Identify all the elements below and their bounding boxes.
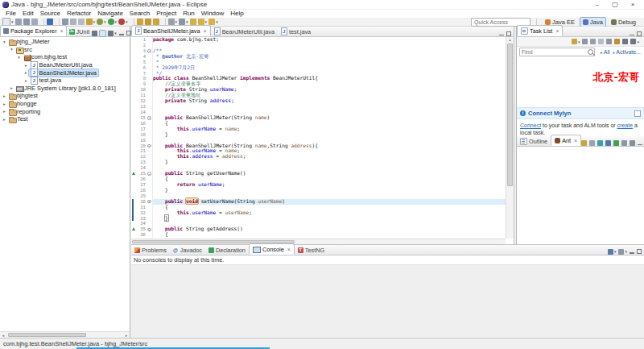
menu-item-edit[interactable]: Edit bbox=[19, 10, 37, 18]
code-editor[interactable]: 1package com.bjhg.test;23/**4 * @author … bbox=[131, 37, 506, 239]
explorer-tab-junit[interactable]: JUnit bbox=[67, 27, 93, 36]
open-type-button[interactable] bbox=[137, 19, 143, 25]
menu-item-run[interactable]: Run bbox=[180, 10, 198, 18]
pin-icon[interactable] bbox=[634, 110, 641, 117]
previous-annotation-button[interactable]: ▾ bbox=[179, 19, 188, 25]
open-task-button[interactable] bbox=[47, 19, 53, 25]
next-annotation-button[interactable]: ▾ bbox=[168, 19, 178, 25]
show-whitespace-button[interactable] bbox=[78, 19, 85, 25]
package-explorer-hscrollbar[interactable]: ◂ ▸ bbox=[0, 331, 130, 338]
expand-arrow-icon[interactable]: ▸ bbox=[9, 85, 14, 90]
view-menu-button[interactable]: ▾ bbox=[108, 30, 117, 36]
collapse-arrow-icon[interactable]: ▾ bbox=[9, 47, 14, 52]
close-icon[interactable]: × bbox=[204, 28, 207, 34]
expand-arrow-icon[interactable]: ▸ bbox=[23, 70, 29, 75]
scroll-thumb[interactable] bbox=[507, 44, 513, 186]
tree-item-jre-system-library-jdk1-8-0-181[interactable]: ▸JRE System Library [jdk1.8.0_181] bbox=[0, 85, 130, 93]
tree-item-com-bjhg-test[interactable]: ▾com.bjhg.test bbox=[0, 53, 130, 61]
maximize-view-button[interactable] bbox=[637, 31, 642, 36]
scroll-thumb[interactable] bbox=[8, 333, 86, 337]
outline-tab-ant[interactable]: Ant× bbox=[551, 135, 581, 146]
sync-button[interactable] bbox=[614, 39, 620, 44]
find-toggle-button[interactable] bbox=[606, 39, 612, 44]
tree-item-src[interactable]: ▾src bbox=[0, 46, 130, 54]
tree-item-beanjmeterutil-java[interactable]: ▸BeanJMeterUtil.java bbox=[0, 61, 130, 69]
menu-item-refactor[interactable]: Refactor bbox=[64, 10, 94, 18]
console-tab-javadoc[interactable]: Javadoc bbox=[170, 245, 205, 255]
tasklist-tab-task-list[interactable]: Task List× bbox=[517, 25, 563, 36]
tree-item-test[interactable]: ▸Test bbox=[0, 115, 130, 123]
expand-arrow-icon[interactable]: ▸ bbox=[2, 102, 7, 106]
perspective-debug[interactable]: Debug bbox=[609, 17, 638, 27]
back-button[interactable]: ▾ bbox=[198, 19, 208, 25]
minimize-view-button[interactable] bbox=[499, 31, 504, 36]
expand-arrow-icon[interactable]: ▸ bbox=[23, 78, 29, 83]
focus-on-workweek-button[interactable] bbox=[598, 39, 604, 44]
search-button[interactable] bbox=[153, 19, 159, 25]
connect-link[interactable]: Connect bbox=[520, 123, 541, 128]
close-icon[interactable]: × bbox=[574, 138, 577, 143]
tree-item-bjhgtest[interactable]: ▸bjhgtest bbox=[0, 92, 130, 100]
menu-item-source[interactable]: Source bbox=[37, 10, 64, 18]
explorer-tab-package-explorer[interactable]: Package Explorer× bbox=[0, 25, 67, 36]
editor-tab-beanjmeterutil-java[interactable]: BeanJMeterUtil.java bbox=[211, 27, 278, 36]
menu-item-file[interactable]: File bbox=[2, 10, 19, 18]
minimize-view-button[interactable] bbox=[119, 31, 124, 36]
close-button[interactable]: × bbox=[624, 0, 642, 9]
fold-collapse-icon[interactable] bbox=[147, 49, 151, 53]
maximize-view-button[interactable] bbox=[126, 31, 131, 35]
run-target-button[interactable] bbox=[613, 140, 619, 146]
menu-item-help[interactable]: Help bbox=[227, 10, 246, 18]
remove-button[interactable] bbox=[621, 140, 627, 146]
tree-item-bjhg-jmeter[interactable]: ▾bjhg_JMeter bbox=[0, 38, 130, 46]
fold-collapse-icon[interactable] bbox=[147, 172, 151, 176]
console-tab-console[interactable]: Console× bbox=[249, 243, 295, 255]
save-button[interactable] bbox=[15, 19, 22, 25]
maximize-view-button[interactable] bbox=[637, 249, 642, 254]
mark-occurrences-button[interactable] bbox=[70, 19, 76, 25]
tree-item-beanshelljmeter-java[interactable]: ▸BeanShellJMeter.java bbox=[0, 69, 130, 77]
menu-item-search[interactable]: Search bbox=[126, 10, 153, 18]
fold-collapse-icon[interactable] bbox=[147, 116, 151, 120]
editor-tab-test-java[interactable]: test.java bbox=[278, 27, 314, 36]
find-input[interactable] bbox=[519, 48, 595, 56]
collapse-all-button[interactable] bbox=[92, 31, 97, 36]
debug-button[interactable]: ▾ bbox=[118, 19, 128, 25]
open-console-button[interactable]: ▾ bbox=[608, 248, 617, 255]
filter-targets-button[interactable] bbox=[597, 140, 603, 146]
scroll-up-icon[interactable]: ▴ bbox=[506, 37, 514, 43]
scroll-left-icon[interactable]: ◂ bbox=[0, 333, 6, 338]
collapse-arrow-icon[interactable]: ▾ bbox=[2, 39, 7, 44]
display-selected-console-button[interactable]: ▾ bbox=[618, 248, 627, 255]
new-task-button[interactable]: ▾ bbox=[572, 39, 580, 45]
run-button[interactable]: ▾ bbox=[108, 19, 118, 25]
outline-tab-outline[interactable]: Outline bbox=[517, 136, 551, 146]
link-with-editor-button[interactable] bbox=[605, 140, 611, 146]
menu-item-navigate[interactable]: Navigate bbox=[94, 10, 126, 18]
coverage-button[interactable]: ▾ bbox=[97, 19, 106, 25]
scroll-right-icon[interactable]: ▸ bbox=[123, 333, 130, 338]
new-java-project-button[interactable]: ▾ bbox=[86, 19, 96, 25]
menu-item-window[interactable]: Window bbox=[198, 10, 227, 18]
maximize-button[interactable]: ▢ bbox=[606, 0, 624, 9]
editor-vscrollbar[interactable]: ▴ bbox=[506, 37, 514, 239]
minimize-button[interactable]: – bbox=[588, 0, 606, 9]
menu-item-project[interactable]: Project bbox=[153, 10, 180, 18]
forward-button[interactable]: ▾ bbox=[208, 19, 218, 25]
collapse-arrow-icon[interactable]: ▾ bbox=[16, 55, 22, 60]
add-buildfile-button[interactable] bbox=[581, 140, 587, 146]
console-tab-problems[interactable]: Problems bbox=[131, 245, 170, 255]
console-tab-testng[interactable]: TestNG bbox=[295, 245, 328, 255]
collapse-all-button[interactable] bbox=[622, 39, 628, 44]
expand-arrow-icon[interactable]: ▸ bbox=[2, 117, 7, 122]
close-icon[interactable]: × bbox=[60, 28, 64, 34]
skip-all-breakpoints-button[interactable] bbox=[62, 19, 68, 25]
editor-hscrollbar[interactable] bbox=[131, 239, 506, 244]
filter-all[interactable]: ▸All bbox=[601, 49, 610, 55]
tree-item-hongge[interactable]: ▸hongge bbox=[0, 100, 130, 108]
filter-activate[interactable]: ▸Activate... bbox=[613, 49, 642, 55]
close-icon[interactable]: × bbox=[287, 247, 291, 252]
expand-arrow-icon[interactable]: ▸ bbox=[2, 93, 7, 98]
maximize-view-button[interactable] bbox=[506, 31, 511, 36]
last-edit-location-button[interactable] bbox=[190, 19, 196, 25]
